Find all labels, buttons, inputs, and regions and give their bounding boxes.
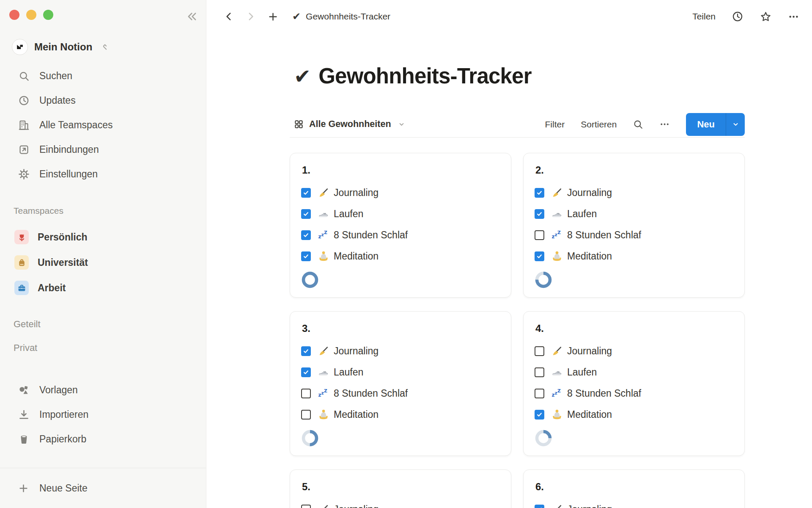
more-options-icon[interactable] (788, 11, 799, 22)
svg-text:z: z (555, 390, 557, 396)
sidebar-item-vorlagen[interactable]: Vorlagen (0, 378, 206, 402)
habit-checkbox[interactable] (301, 410, 311, 420)
habit-checkbox[interactable] (535, 505, 544, 508)
habit-checkbox[interactable] (535, 410, 544, 420)
habit-checkbox[interactable] (301, 209, 311, 219)
habit-card[interactable]: 2.JournalingLaufenzzZ8 Stunden SchlafMed… (523, 153, 745, 298)
habit-card[interactable]: 5.Journaling (290, 469, 511, 508)
search-icon (18, 70, 30, 82)
habit-checkbox[interactable] (535, 367, 544, 377)
svg-text:Z: Z (557, 388, 561, 394)
habit-row: Journaling (535, 182, 733, 203)
sidebar-footer-nav: VorlagenImportierenPapierkorb (0, 378, 206, 451)
habit-row: Journaling (301, 499, 500, 508)
sidebar-section-geteilt[interactable]: Geteilt (0, 312, 206, 336)
nav-forward-icon[interactable] (245, 11, 256, 22)
svg-text:z: z (321, 390, 324, 396)
habit-label: Meditation (567, 409, 612, 420)
new-page-button[interactable]: Neue Seite (0, 468, 206, 508)
habit-row: Laufen (535, 362, 733, 383)
plus-icon (18, 483, 30, 494)
share-button[interactable]: Teilen (692, 11, 716, 22)
habit-row: Laufen (535, 203, 733, 224)
page-content: ✔ Gewohnheits-Tracker Alle Gewohnheiten … (290, 61, 745, 508)
habit-checkbox[interactable] (301, 230, 311, 240)
new-entry-chevron-icon[interactable] (726, 113, 745, 136)
zzz-icon: zzZ (318, 388, 329, 399)
add-page-icon[interactable] (267, 11, 279, 22)
sidebar-item-papierkorb[interactable]: Papierkorb (0, 427, 206, 451)
gear-icon (18, 168, 30, 180)
habit-card[interactable]: 1.JournalingLaufenzzZ8 Stunden SchlafMed… (290, 153, 511, 298)
sidebar-plain-sections: GeteiltPrivat (0, 312, 206, 360)
chevrons-updown-icon (100, 42, 110, 52)
sidebar-section-teamspaces[interactable]: Teamspaces (0, 202, 206, 220)
search-icon[interactable] (633, 119, 643, 130)
new-entry-button[interactable]: Neu (686, 113, 745, 136)
sidebar-item-arbeit[interactable]: Arbeit (0, 275, 206, 301)
sidebar-item-einbindungen[interactable]: Einbindungen (0, 137, 206, 162)
habit-row: Journaling (535, 499, 733, 508)
sidebar-item-personlich[interactable]: Persönlich (0, 224, 206, 250)
nav-back-icon[interactable] (223, 11, 234, 22)
habit-label: Journaling (334, 504, 379, 508)
habit-checkbox[interactable] (301, 251, 311, 261)
writing-hand-icon (551, 187, 562, 198)
workspace-switcher[interactable]: Mein Notion (12, 39, 206, 55)
sidebar-item-universitat[interactable]: Universität (0, 250, 206, 275)
habit-checkbox[interactable] (301, 346, 311, 356)
habit-checkbox[interactable] (535, 251, 544, 261)
habit-card[interactable]: 6.Journaling (523, 469, 745, 508)
habit-checkbox[interactable] (535, 230, 544, 240)
sidebar-item-suchen[interactable]: Suchen (0, 64, 206, 88)
habit-checkbox[interactable] (301, 188, 311, 198)
habit-label: Laufen (334, 367, 363, 378)
filter-button[interactable]: Filter (545, 119, 565, 130)
habit-cards-grid: 1.JournalingLaufenzzZ8 Stunden SchlafMed… (290, 153, 745, 508)
view-options-icon[interactable] (659, 119, 670, 130)
favorite-star-icon[interactable] (760, 11, 772, 23)
habit-row: Journaling (535, 340, 733, 362)
sort-button[interactable]: Sortieren (581, 119, 617, 130)
sidebar-item-label: Vorlagen (39, 384, 78, 396)
habit-label: Meditation (567, 251, 612, 262)
zzz-icon: zzZ (551, 229, 562, 240)
habit-checkbox[interactable] (301, 389, 311, 398)
sidebar-nav: SuchenUpdatesAlle TeamspacesEinbindungen… (0, 64, 206, 186)
sidebar-item-einstellungen[interactable]: Einstellungen (0, 162, 206, 186)
habit-checkbox[interactable] (535, 209, 544, 219)
habit-checkbox[interactable] (535, 346, 544, 356)
view-switcher[interactable]: Alle Gewohnheiten (294, 119, 406, 130)
habit-checkbox[interactable] (301, 367, 311, 377)
habit-card[interactable]: 3.JournalingLaufenzzZ8 Stunden SchlafMed… (290, 311, 511, 456)
svg-text:z: z (555, 232, 557, 237)
habit-label: Meditation (334, 409, 379, 420)
habit-checkbox[interactable] (301, 505, 311, 508)
sidebar-item-label: Papierkorb (39, 433, 86, 445)
minimize-window-button[interactable] (26, 10, 36, 20)
sidebar-item-updates[interactable]: Updates (0, 88, 206, 113)
close-window-button[interactable] (9, 10, 19, 20)
card-title: 4. (535, 323, 733, 334)
breadcrumb[interactable]: ✔ Gewohnheits-Tracker (292, 11, 390, 22)
templates-icon (18, 384, 30, 396)
meditation-icon (318, 251, 329, 262)
svg-text:z: z (318, 392, 321, 398)
habit-row: Journaling (301, 340, 500, 362)
habit-label: Journaling (334, 345, 379, 357)
new-entry-label[interactable]: Neu (686, 113, 726, 136)
history-clock-icon[interactable] (732, 11, 743, 22)
building-icon (18, 119, 30, 131)
habit-checkbox[interactable] (535, 389, 544, 398)
sidebar-item-label: Suchen (39, 70, 72, 82)
habit-card[interactable]: 4.JournalingLaufenzzZ8 Stunden SchlafMed… (523, 311, 745, 456)
meditation-icon (551, 251, 562, 262)
zoom-window-button[interactable] (43, 10, 53, 20)
sidebar-item-importieren[interactable]: Importieren (0, 402, 206, 427)
sidebar-section-privat[interactable]: Privat (0, 336, 206, 360)
briefcase-icon (14, 281, 29, 295)
window-controls (9, 10, 53, 20)
sidebar-collapse-icon[interactable] (186, 10, 198, 23)
sidebar-item-alle-teamspaces[interactable]: Alle Teamspaces (0, 113, 206, 137)
habit-checkbox[interactable] (535, 188, 544, 198)
